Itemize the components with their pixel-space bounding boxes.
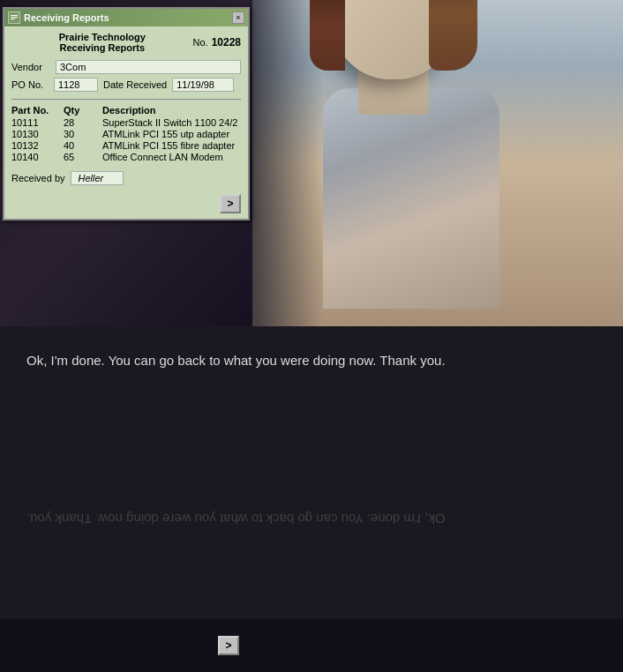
title-text: Receiving Reports [24, 12, 109, 23]
po-row: PO No. 1128 Date Received 11/19/98 [11, 78, 241, 92]
divider-1 [11, 99, 241, 100]
message-text: Ok, I'm done. You can go back to what yo… [26, 353, 446, 368]
report-number: 10228 [212, 36, 241, 49]
signature-value: Heller [71, 171, 124, 185]
report-no-section: No. 10228 [193, 36, 242, 49]
desc-3: Office Connect LAN Modem [102, 152, 241, 162]
qty-2: 40 [64, 140, 99, 151]
svg-rect-3 [11, 19, 15, 19]
svg-rect-2 [11, 17, 18, 18]
close-button[interactable]: × [232, 11, 244, 24]
vendor-value: 3Com [56, 60, 241, 74]
desc-0: SuperStack II Switch 1100 24/2 [102, 117, 241, 128]
table-row: 10140 65 Office Connect LAN Modem [11, 152, 241, 162]
svg-rect-1 [11, 15, 18, 16]
bottom-bar: > [0, 619, 623, 672]
next-button[interactable]: > [220, 194, 241, 213]
company-name: Prairie Technology [11, 32, 193, 42]
dialog-window: Receiving Reports × Prairie Technology R… [3, 7, 250, 220]
table-row: 10130 30 ATMLink PCI 155 utp adapter [11, 129, 241, 139]
no-label: No. [193, 37, 208, 48]
qty-1: 30 [64, 129, 99, 139]
qty-0: 28 [64, 117, 99, 128]
character-hair-left [310, 0, 345, 71]
reflected-text-area: Ok, I'm done. You can go back to what yo… [0, 494, 623, 545]
reflected-text: Ok, I'm done. You can go back to what yo… [26, 511, 446, 526]
app-icon [8, 11, 20, 24]
po-label: PO No. [11, 79, 49, 90]
table-row: 10132 40 ATMLink PCI 155 fibre adapter [11, 140, 241, 151]
company-info: Prairie Technology Receiving Reports [11, 32, 193, 53]
dialog-body: Prairie Technology Receiving Reports No.… [4, 26, 248, 219]
part-2: 10132 [11, 140, 60, 151]
date-received-label: Date Received [103, 79, 167, 90]
report-type: Receiving Reports [11, 42, 193, 53]
dialog-title: Receiving Reports [24, 12, 232, 23]
col-qty: Qty [64, 105, 99, 116]
table-header: Part No. Qty Description [11, 105, 241, 116]
message-area: Ok, I'm done. You can go back to what yo… [0, 335, 623, 386]
received-by-row: Received by Heller [11, 171, 241, 185]
character-hair-right [429, 0, 477, 71]
character-3d [305, 9, 605, 309]
company-header: Prairie Technology Receiving Reports No.… [11, 32, 241, 53]
nav-section: > [11, 194, 241, 213]
dialog-titlebar: Receiving Reports × [4, 9, 248, 26]
part-3: 10140 [11, 152, 60, 162]
table-row: 10111 28 SuperStack II Switch 1100 24/2 [11, 117, 241, 128]
desc-2: ATMLink PCI 155 fibre adapter [102, 140, 241, 151]
desc-1: ATMLink PCI 155 utp adapter [102, 129, 241, 139]
character-torso [323, 88, 499, 309]
vendor-label: Vendor [11, 62, 56, 72]
date-received-value: 11/19/98 [172, 78, 234, 92]
qty-3: 65 [64, 152, 99, 162]
part-0: 10111 [11, 117, 60, 128]
bottom-next-button[interactable]: > [218, 636, 239, 655]
vendor-row: Vendor 3Com [11, 60, 241, 74]
part-1: 10130 [11, 129, 60, 139]
col-partno: Part No. [11, 105, 60, 116]
col-desc: Description [102, 105, 241, 116]
received-by-label: Received by [11, 173, 65, 183]
po-value: 1128 [54, 78, 98, 92]
scene-character-area [252, 0, 623, 326]
